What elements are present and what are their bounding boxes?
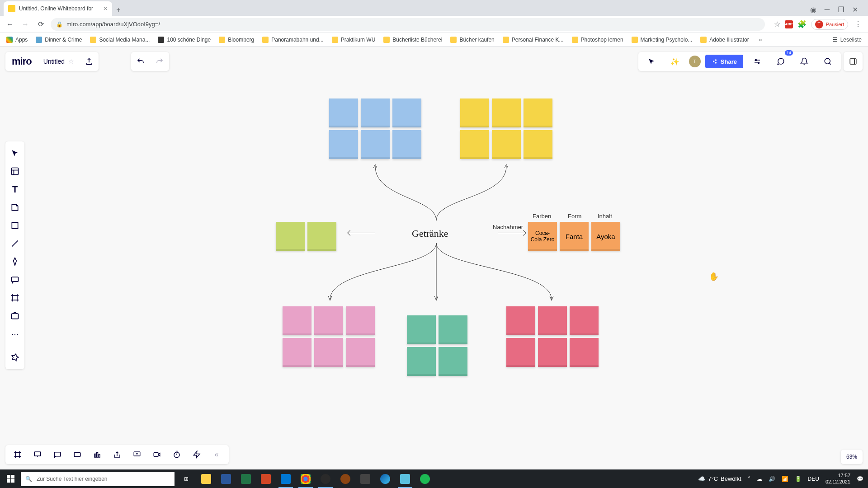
sticky-red[interactable] <box>506 306 535 335</box>
sticky-teal[interactable] <box>407 347 436 376</box>
sticky-blue[interactable] <box>361 99 390 127</box>
window-controls: ◉ ─ ❐ ✕ <box>810 5 864 16</box>
sticky-red[interactable] <box>506 338 535 367</box>
bookmark-item[interactable]: Dinner & Crime <box>36 37 82 43</box>
sticky-blue[interactable] <box>329 99 358 127</box>
word-icon[interactable] <box>217 469 235 488</box>
maximize-icon[interactable]: ❐ <box>838 5 844 14</box>
taskbar-search[interactable]: 🔍 Zur Suche Text hier eingeben <box>21 472 175 486</box>
app-icon[interactable] <box>336 469 354 488</box>
bookmark-item[interactable]: Bloomberg <box>219 37 254 43</box>
col-label-inhalt[interactable]: Inhalt <box>598 213 612 220</box>
bookmark-item[interactable]: 100 schöne Dinge <box>158 37 211 43</box>
omnibox[interactable]: 🔒 miro.com/app/board/uXjVOdoI9yg=/ <box>51 18 765 31</box>
bookmark-item[interactable]: Praktikum WU <box>332 37 376 43</box>
sticky-yellow[interactable] <box>492 130 521 159</box>
sticky-yellow[interactable] <box>460 130 489 159</box>
bookmark-item[interactable]: Bücher kaufen <box>450 37 494 43</box>
center-topic[interactable]: Getränke <box>412 228 448 239</box>
col-label-farben[interactable]: Farben <box>533 213 551 220</box>
sticky-teal[interactable] <box>439 347 467 376</box>
bookmark-item[interactable]: Marketing Psycholo... <box>632 37 693 43</box>
reading-list-button[interactable]: ☰Leseliste <box>833 37 862 43</box>
sticky-yellow[interactable] <box>460 99 489 127</box>
arrow-left[interactable] <box>348 233 375 233</box>
sticky-blue[interactable] <box>361 130 390 159</box>
language-indicator[interactable]: DEU <box>808 476 819 482</box>
bookmark-item[interactable]: Bücherliste Bücherei <box>383 37 442 43</box>
new-tab-button[interactable]: + <box>112 6 125 16</box>
close-window-icon[interactable]: ✕ <box>852 5 858 14</box>
sticky-blue[interactable] <box>392 130 421 159</box>
browser-tab[interactable]: Untitled, Online Whiteboard for ✕ <box>4 1 112 16</box>
app-icon[interactable] <box>356 469 374 488</box>
opera-icon[interactable] <box>316 469 335 488</box>
spotify-icon[interactable] <box>416 469 434 488</box>
weather-widget[interactable]: ☁️ 7°C Bewölkt <box>698 475 741 482</box>
notepad-icon[interactable] <box>396 469 414 488</box>
chrome-icon[interactable] <box>297 469 315 488</box>
forward-button[interactable]: → <box>20 19 31 30</box>
sticky-red[interactable] <box>570 306 599 335</box>
wifi-icon[interactable]: 📶 <box>782 476 788 482</box>
arrow-right[interactable] <box>498 233 525 233</box>
close-tab-icon[interactable]: ✕ <box>103 5 108 12</box>
connector-top[interactable] <box>371 162 515 225</box>
bookmark-item[interactable]: Panoramabahn und... <box>262 37 323 43</box>
record-icon[interactable]: ◉ <box>810 5 816 14</box>
excel-icon[interactable] <box>237 469 255 488</box>
sticky-yellow[interactable] <box>492 99 521 127</box>
bookmark-star-icon[interactable]: ☆ <box>774 20 780 28</box>
clock[interactable]: 17:57 02.12.2021 <box>826 473 850 484</box>
sticky-blue[interactable] <box>329 130 358 159</box>
sticky-yellow[interactable] <box>524 99 552 127</box>
action-center-icon[interactable]: 💬 <box>857 476 863 482</box>
sticky-pink[interactable] <box>346 306 375 335</box>
sticky-blue[interactable] <box>392 99 421 127</box>
minimize-icon[interactable]: ─ <box>825 5 830 14</box>
sticky-orange[interactable]: Coca-Cola Zero <box>528 222 557 251</box>
sticky-lime[interactable] <box>307 222 336 251</box>
bookmark-item[interactable]: Adobe Illustrator <box>700 37 749 43</box>
sticky-lime[interactable] <box>276 222 305 251</box>
sticky-pink[interactable] <box>314 338 343 367</box>
bookmark-item[interactable]: Social Media Mana... <box>90 37 150 43</box>
abp-extension-icon[interactable]: ABP <box>785 20 793 28</box>
volume-icon[interactable]: 🔊 <box>769 476 775 482</box>
task-view-icon[interactable]: ⊞ <box>177 469 195 488</box>
sticky-red[interactable] <box>538 306 567 335</box>
sticky-pink[interactable] <box>283 338 311 367</box>
reload-button[interactable]: ⟳ <box>35 19 46 30</box>
kebab-menu-icon[interactable]: ⋮ <box>853 19 863 30</box>
sticky-pink[interactable] <box>346 338 375 367</box>
battery-icon[interactable]: 🔋 <box>795 476 802 482</box>
back-button[interactable]: ← <box>5 19 15 30</box>
bookmark-item[interactable]: Photoshop lernen <box>572 37 623 43</box>
extensions-icon[interactable]: 🧩 <box>797 20 807 28</box>
sticky-red[interactable] <box>538 338 567 367</box>
connector-bottom[interactable] <box>316 241 561 304</box>
bookmarks-overflow-icon[interactable]: » <box>759 37 762 43</box>
nachahmer-label[interactable]: Nachahmer <box>493 224 523 230</box>
profile-chip[interactable]: T Pausiert <box>811 19 848 30</box>
sticky-pink[interactable] <box>314 306 343 335</box>
sticky-red[interactable] <box>570 338 599 367</box>
sticky-teal[interactable] <box>407 315 436 344</box>
mail-icon[interactable] <box>277 469 295 488</box>
col-label-form[interactable]: Form <box>568 213 581 220</box>
canvas-content[interactable]: Getränke Nachahmer Farben Form Inhalt Co… <box>0 47 868 469</box>
sticky-yellow[interactable] <box>524 130 552 159</box>
powerpoint-icon[interactable] <box>257 469 275 488</box>
sticky-orange[interactable]: Fanta <box>560 222 589 251</box>
miro-canvas-surface[interactable]: miro Untitled ☆ ✨ T Share 14 T <box>0 47 868 469</box>
bookmark-item[interactable]: Personal Finance K... <box>503 37 564 43</box>
sticky-orange[interactable]: Ayoka <box>591 222 620 251</box>
sticky-pink[interactable] <box>283 306 311 335</box>
edge-icon[interactable] <box>376 469 394 488</box>
tray-chevron-icon[interactable]: ˄ <box>748 476 750 482</box>
file-explorer-icon[interactable] <box>197 469 215 488</box>
onedrive-icon[interactable]: ☁ <box>757 476 762 482</box>
start-button[interactable] <box>0 469 21 488</box>
bookmark-apps[interactable]: Apps <box>6 37 28 43</box>
sticky-teal[interactable] <box>439 315 467 344</box>
